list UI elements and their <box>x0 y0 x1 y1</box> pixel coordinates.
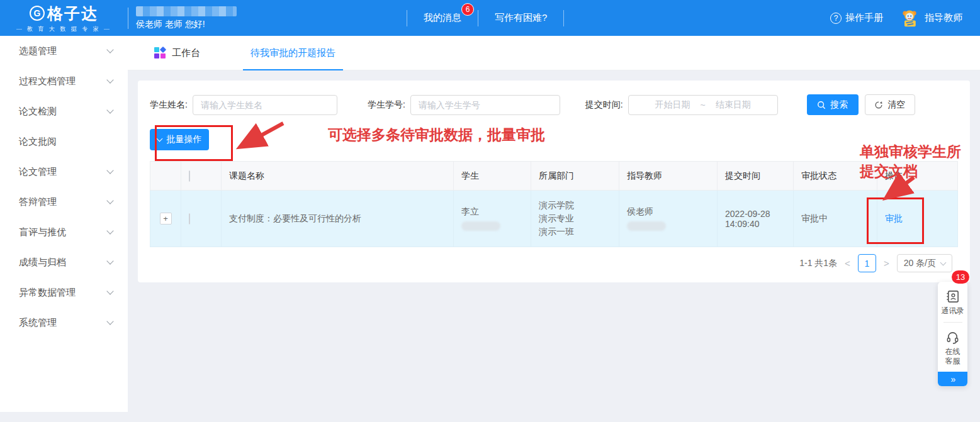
submit-date: 2022-09-28 <box>725 209 786 219</box>
address-book-icon <box>945 289 960 304</box>
col-department: 所属部门 <box>531 162 619 191</box>
logo-text: 格子达 <box>47 3 98 24</box>
pagination: 1-1 共1条 < 1 > 20 条/页 <box>799 254 952 272</box>
topic-cell: 支付制度：必要性及可行性的分析 <box>222 191 454 247</box>
sidebar-item-label: 论文检测 <box>19 106 57 118</box>
filter-bar: 学生姓名: 学生学号: 提交时间: 开始日期 ~ 结束日期 搜索 清空 <box>150 94 958 115</box>
messages-count-badge: 6 <box>461 3 474 16</box>
advisor-cell: 侯老师 <box>619 191 718 247</box>
sidebar-item-paper-review[interactable]: 论文批阅 <box>0 126 128 157</box>
clear-button[interactable]: 清空 <box>865 94 915 115</box>
tab-workbench[interactable]: 工作台 <box>154 47 200 59</box>
student-name-input[interactable] <box>193 95 337 115</box>
col-action: 操作 <box>877 162 958 191</box>
manual-link[interactable]: ? 操作手册 <box>830 12 883 24</box>
sidebar-item-paper-management[interactable]: 论文管理 <box>0 157 128 187</box>
next-page-button[interactable]: > <box>882 258 891 269</box>
sidebar-item-label: 论文批阅 <box>19 136 57 148</box>
select-all-checkbox[interactable] <box>189 170 190 182</box>
select-all-column-header <box>181 162 222 191</box>
approval-table: 课题名称 学生 所属部门 指导教师 提交时间 审批状态 操作 + 支付制度：必要… <box>150 161 958 247</box>
sidebar-item-grades-archive[interactable]: 成绩与归档 <box>0 247 128 277</box>
advisor-id-blurred <box>627 221 666 231</box>
col-submit-time: 提交时间 <box>718 162 794 191</box>
chevron-down-icon <box>106 76 113 83</box>
approve-link[interactable]: 审批 <box>885 213 903 223</box>
sidebar-item-system-management[interactable]: 系统管理 <box>0 308 128 338</box>
clear-button-label: 清空 <box>887 99 905 111</box>
col-status: 审批状态 <box>794 162 877 191</box>
pagination-total: 1-1 共1条 <box>799 258 837 269</box>
writing-help-label: 写作有困难? <box>495 12 547 23</box>
end-date-placeholder: 结束日期 <box>716 99 751 111</box>
header-right: ? 操作手册 指导教师 <box>830 8 980 28</box>
page-size-select[interactable]: 20 条/页 <box>897 254 952 272</box>
panel-collapse-button[interactable]: » <box>938 372 967 386</box>
online-service-item[interactable]: 在线客服 <box>945 323 960 366</box>
sidebar-item-blind-review[interactable]: 盲评与推优 <box>0 217 128 247</box>
online-service-label: 在线客服 <box>945 347 960 366</box>
sidebar-item-abnormal-data[interactable]: 异常数据管理 <box>0 277 128 308</box>
date-range-tilde: ~ <box>701 100 706 110</box>
student-no-input[interactable] <box>410 95 560 115</box>
action-cell: 审批 <box>877 191 958 247</box>
student-name: 李立 <box>461 206 523 218</box>
sidebar-item-process-docs[interactable]: 过程文档管理 <box>0 66 128 96</box>
tab-workbench-label: 工作台 <box>172 47 200 59</box>
question-circle-icon: ? <box>830 13 842 24</box>
sidebar: 选题管理 过程文档管理 论文检测 论文批阅 论文管理 答辩管理 盲评与推优 成绩… <box>0 36 128 417</box>
row-checkbox[interactable] <box>189 213 190 225</box>
chevron-down-icon <box>106 257 113 264</box>
mascot-icon <box>899 8 920 28</box>
chevron-down-icon <box>940 259 947 265</box>
start-date-placeholder: 开始日期 <box>655 99 690 111</box>
dept-major: 演示专业 <box>539 212 611 225</box>
chevron-down-icon <box>106 227 113 234</box>
page: G 格子达 教 育 大 数 据 专 家 侯老师 老师 您好! 我的消息 6 写作… <box>0 0 980 422</box>
tab-pending-approval[interactable]: 待我审批的开题报告 <box>243 36 343 70</box>
student-name-label: 学生姓名: <box>150 99 188 111</box>
main-area: 工作台 待我审批的开题报告 学生姓名: 学生学号: 提交时间: 开始日期 ~ 结… <box>128 36 980 422</box>
sidebar-item-label: 答辩管理 <box>19 196 57 208</box>
col-advisor: 指导教师 <box>619 162 718 191</box>
sidebar-item-label: 论文管理 <box>19 166 57 178</box>
chevron-down-icon <box>106 167 113 174</box>
submit-time-label: 提交时间: <box>585 99 623 111</box>
contacts-label: 通讯录 <box>942 306 964 316</box>
header-divider <box>128 8 128 29</box>
workbench-grid-icon <box>154 47 166 58</box>
student-id-blurred <box>461 221 500 231</box>
page-number-button[interactable]: 1 <box>858 254 876 272</box>
role-switcher[interactable]: 指导教师 <box>899 8 962 28</box>
header-nav: 我的消息 6 写作有困难? <box>407 10 564 26</box>
content-card: 学生姓名: 学生学号: 提交时间: 开始日期 ~ 结束日期 搜索 清空 <box>138 81 970 282</box>
chevron-down-icon <box>106 46 113 53</box>
sidebar-item-paper-check[interactable]: 论文检测 <box>0 96 128 126</box>
batch-operation-button[interactable]: 批量操作 <box>150 129 209 150</box>
logo-tagline: 教 育 大 数 据 专 家 <box>13 25 115 33</box>
chevron-down-icon <box>106 106 113 113</box>
sidebar-item-topic-management[interactable]: 选题管理 <box>0 36 128 66</box>
batch-operation-label: 批量操作 <box>167 134 202 145</box>
tab-pending-approval-label: 待我审批的开题报告 <box>251 47 335 59</box>
my-messages-link[interactable]: 我的消息 6 <box>407 12 478 24</box>
submit-time-cell: 2022-09-28 14:09:40 <box>718 191 794 247</box>
status-cell: 审批中 <box>794 191 877 247</box>
expand-row-button[interactable]: + <box>160 213 172 225</box>
contacts-item[interactable]: 通讯录 <box>942 282 964 316</box>
refresh-icon <box>874 101 883 109</box>
writing-help-link[interactable]: 写作有困难? <box>478 12 563 24</box>
sidebar-item-defense-management[interactable]: 答辩管理 <box>0 187 128 217</box>
sidebar-item-label: 选题管理 <box>19 45 57 57</box>
help-count-badge: 13 <box>952 270 969 284</box>
chevron-down-icon <box>156 136 162 142</box>
date-range-picker[interactable]: 开始日期 ~ 结束日期 <box>628 95 778 115</box>
expand-column-header <box>150 162 181 191</box>
search-button[interactable]: 搜索 <box>807 94 859 115</box>
sidebar-item-label: 异常数据管理 <box>19 287 76 299</box>
user-greeting: 侯老师 老师 您好! <box>136 19 237 30</box>
student-cell: 李立 <box>454 191 531 247</box>
top-header: G 格子达 教 育 大 数 据 专 家 侯老师 老师 您好! 我的消息 6 写作… <box>0 0 980 36</box>
col-topic: 课题名称 <box>222 162 454 191</box>
prev-page-button[interactable]: < <box>843 258 852 269</box>
